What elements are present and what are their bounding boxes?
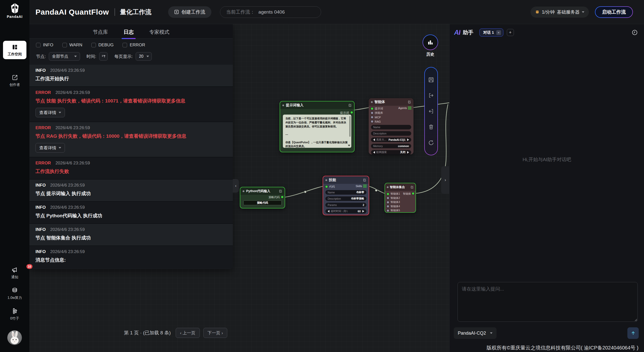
node-filter-select[interactable]: 全部节点: [49, 52, 80, 61]
edit-icon[interactable]: [410, 186, 414, 189]
filter-error-checkbox[interactable]: ERROR: [123, 43, 145, 48]
checkbox[interactable]: [36, 43, 41, 47]
agent-model-stepper[interactable]: 底座大... PandaAI-CQ1: [371, 137, 411, 142]
output-port-label: 智能体: [403, 192, 411, 196]
stepper-prev-icon[interactable]: [328, 210, 329, 213]
node-status-dot: [371, 101, 373, 103]
stepper-prev-icon[interactable]: [373, 151, 375, 154]
checkbox[interactable]: [91, 43, 96, 47]
tab-node-library[interactable]: 节点库: [93, 27, 108, 36]
node-header[interactable]: 智能体集合: [385, 183, 415, 191]
edit-icon[interactable]: [279, 189, 282, 193]
user-avatar[interactable]: [7, 330, 22, 345]
checkbox[interactable]: [123, 43, 127, 47]
create-workflow-button[interactable]: 创建工作流: [168, 6, 211, 18]
input-port[interactable]: [371, 120, 373, 123]
tab-expert-mode[interactable]: 专家模式: [149, 27, 169, 36]
sidebar-item-notifications[interactable]: 10 通知: [0, 266, 29, 279]
chat-tab[interactable]: 对话 1 ×: [479, 28, 503, 37]
output-port[interactable]: [351, 111, 353, 114]
current-workflow-value: agents 0406: [258, 9, 285, 15]
checkbox[interactable]: [62, 43, 67, 47]
input-port[interactable]: [387, 209, 389, 212]
output-port-row[interactable]: Skills: [356, 185, 366, 188]
strategy-code-button[interactable]: 策略代码: [243, 200, 282, 205]
node-header[interactable]: 技能: [323, 176, 369, 184]
node-python-input[interactable]: Python代码输入 策略代码 策略代码: [240, 187, 285, 208]
save-button[interactable]: [428, 76, 435, 83]
reset-button[interactable]: [428, 139, 435, 146]
chevron-down-icon: [146, 56, 149, 57]
filter-info-checkbox[interactable]: INFO: [36, 43, 53, 48]
log-message: 节点 RAG 执行失败，错误代码：10000，请查看错误详情获取更多信息: [35, 133, 227, 139]
chat-input[interactable]: [458, 282, 638, 322]
edit-icon[interactable]: [363, 178, 366, 182]
agent-memory-field[interactable]: Memory common: [371, 144, 411, 148]
stepper-next-icon[interactable]: [407, 138, 409, 141]
input-port[interactable]: [387, 197, 389, 199]
sidebar-item-creator[interactable]: 创作者: [0, 74, 29, 87]
skill-name-field[interactable]: Name 布林带: [325, 190, 366, 195]
start-workflow-button[interactable]: 启动工作流: [595, 6, 633, 18]
stepper-prev-icon[interactable]: [373, 138, 375, 141]
input-port[interactable]: [371, 116, 373, 118]
filter-warn-checkbox[interactable]: WARN: [62, 43, 82, 48]
prev-page-button[interactable]: ‹ 上一页: [176, 328, 200, 338]
node-prompt-input[interactable]: 提示词输入 提示词 当然，以下是一个可以直接使用的提示词模板，它将AI设定为一位…: [280, 101, 355, 152]
chat-history-button[interactable]: [631, 29, 638, 36]
node-header[interactable]: 提示词输入: [280, 101, 354, 109]
time-sort-button[interactable]: [99, 52, 108, 61]
node-agent-group[interactable]: 智能体集合 智能体1 智能体2 智能体3 智能体4 智能体5 智能体: [385, 183, 416, 213]
log-entry: ERROR2026/4/6 23:26:59 节点 RAG 执行失败，错误代码：…: [29, 122, 233, 157]
skill-timeout-stepper[interactable]: 超时时间（秒） 60: [325, 209, 366, 214]
view-details-button[interactable]: 查看详情: [35, 143, 65, 153]
delete-button[interactable]: [428, 123, 435, 130]
collapse-assistant-handle[interactable]: ›: [441, 166, 449, 194]
agent-web-search-stepper[interactable]: 联网搜索 关闭: [371, 150, 411, 155]
collapse-log-panel-handle[interactable]: ‹: [233, 179, 239, 193]
plan-selector[interactable]: 1/分钟 基础服务器: [531, 7, 589, 18]
log-time: 2026/4/6 23:26:59: [55, 90, 90, 95]
edit-icon[interactable]: [408, 100, 411, 104]
current-workflow-input[interactable]: 当前工作流： agents 0406: [220, 6, 321, 18]
sidebar-item-compute[interactable]: 1.0w算力: [0, 287, 29, 300]
agent-name-field[interactable]: Name: [371, 125, 411, 129]
input-port[interactable]: [387, 201, 389, 203]
new-chat-button[interactable]: +: [507, 29, 514, 36]
filter-debug-checkbox[interactable]: DEBUG: [91, 43, 113, 48]
log-time: 2026/4/6 23:26:59: [50, 249, 85, 254]
page-size-select[interactable]: 20: [136, 52, 152, 61]
output-port-row[interactable]: Agents: [398, 107, 411, 110]
input-port[interactable]: [387, 205, 389, 207]
stepper-next-icon[interactable]: [407, 151, 409, 154]
prompt-text-area[interactable]: 当然，以下是一个可以直接使用的提示词模板，它将AI设定为一位自信、严格遵守量化规…: [283, 115, 351, 148]
view-details-button[interactable]: 查看详情: [35, 108, 65, 117]
tab-logs[interactable]: 日志: [124, 27, 134, 36]
send-button[interactable]: [627, 327, 639, 339]
history-button[interactable]: [423, 34, 438, 50]
node-header[interactable]: Python代码输入: [240, 187, 285, 195]
skill-description-field[interactable]: Description 布林带策略: [325, 196, 366, 201]
input-port[interactable]: [325, 186, 328, 188]
sidebar-item-bamboo[interactable]: 0竹子: [0, 308, 29, 321]
model-selector[interactable]: PandaAI-CQ2: [454, 327, 497, 339]
export-button[interactable]: [428, 92, 435, 99]
agent-description-field[interactable]: Description: [371, 131, 411, 136]
input-port[interactable]: [387, 193, 389, 195]
node-header[interactable]: 智能体: [369, 98, 413, 106]
import-button[interactable]: [428, 108, 435, 115]
input-port[interactable]: [371, 108, 373, 110]
output-port[interactable]: [412, 192, 414, 195]
edit-icon[interactable]: [348, 103, 352, 107]
output-port-label: Agents: [398, 107, 407, 110]
next-page-button[interactable]: 下一页 ›: [203, 328, 227, 338]
node-skill[interactable]: 技能 代码 Skills Name 布林带: [323, 176, 369, 215]
skill-params-field[interactable]: Params 2: [325, 203, 366, 207]
stepper-next-icon[interactable]: [362, 210, 364, 213]
output-port[interactable]: [281, 196, 283, 198]
sidebar-item-workspace[interactable]: 工作空间: [3, 41, 26, 59]
close-tab-button[interactable]: ×: [496, 30, 501, 35]
scrollbar-thumb[interactable]: [349, 116, 351, 137]
input-port[interactable]: [371, 112, 373, 114]
node-agent[interactable]: 智能体 提示词 技能库 MCP RAG Agents: [369, 98, 413, 154]
